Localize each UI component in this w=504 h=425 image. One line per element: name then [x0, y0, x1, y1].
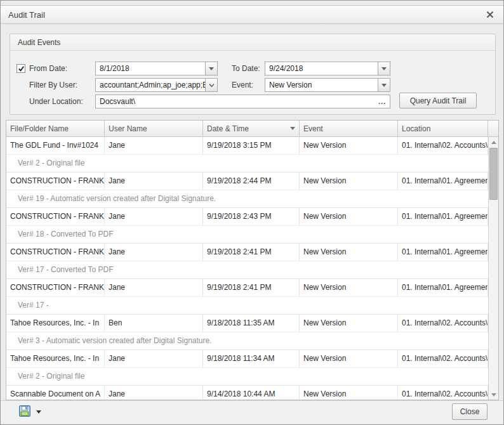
cell-event: New Version	[300, 315, 398, 332]
cell-location: 01. Internal\02. Accounts\	[398, 386, 488, 400]
cell-location: 01. Internal\02. Accounts\	[398, 350, 488, 367]
cell-datetime: 9/19/2018 2:41 PM	[203, 279, 300, 296]
to-date-value: 9/24/2018	[265, 64, 378, 73]
cell-datetime: 9/18/2018 11:34 AM	[203, 350, 300, 367]
scrollbar-thumb[interactable]	[489, 148, 498, 200]
cell-file-name: CONSTRUCTION - FRANKE	[6, 279, 105, 296]
cell-datetime: 9/19/2018 2:44 PM	[203, 173, 300, 190]
under-location-field[interactable]: Docsvault\ ...	[95, 95, 390, 108]
filter-by-user-combo[interactable]: accountant;Admin;ap_joe;app;B	[95, 78, 218, 92]
save-export-button[interactable]	[18, 405, 41, 419]
cell-location: 01. Internal\01. Agreemen	[398, 244, 488, 261]
row-version-detail: Ver# 2 - Original file	[6, 155, 488, 173]
close-icon[interactable]	[484, 9, 496, 20]
under-location-value: Docsvault\	[96, 97, 375, 106]
filter-by-user-chevron-icon[interactable]	[205, 79, 217, 91]
grid-rows: The GDL Fund - Inv#1024Jane9/19/2018 3:1…	[6, 137, 488, 400]
save-dropdown-caret-icon[interactable]	[36, 410, 41, 414]
browse-location-button[interactable]: ...	[375, 95, 390, 108]
cell-user-name: Jane	[105, 386, 203, 400]
cell-user-name: Jane	[105, 208, 203, 225]
footer-bar: Close	[1, 400, 503, 423]
to-date-label: To Date:	[232, 62, 260, 75]
cell-event: New Version	[300, 350, 398, 367]
column-header-file-folder-name[interactable]: File/Folder Name	[6, 121, 105, 136]
cell-datetime: 9/14/2018 10:44 AM	[203, 386, 300, 400]
dialog-title: Audit Trail	[8, 10, 45, 20]
event-combo[interactable]: New Version	[265, 78, 390, 92]
cell-location: 01. Internal\02. Accounts\	[398, 137, 488, 154]
audit-trail-dialog: Audit Trail Audit Events From Date: 8/1/…	[0, 0, 504, 425]
column-header-date-time-label: Date & Time	[207, 124, 249, 133]
table-row[interactable]: CONSTRUCTION - FRANKEJane9/19/2018 2:44 …	[6, 173, 488, 190]
cell-location: 01. Internal\01. Agreemen	[398, 173, 488, 190]
scroll-down-icon[interactable]	[489, 389, 498, 400]
query-audit-trail-button[interactable]: Query Audit Trail	[399, 93, 477, 108]
to-date-combo[interactable]: 9/24/2018	[265, 62, 390, 75]
audit-events-group: Audit Events From Date: 8/1/2018 To Date…	[10, 34, 496, 115]
cell-user-name: Jane	[105, 244, 203, 261]
cell-location: 01. Internal\01. Agreemen	[398, 279, 488, 296]
event-label: Event:	[232, 78, 253, 92]
filter-by-user-label: Filter By User:	[29, 78, 77, 92]
row-version-detail: Ver# 17 - Converted To PDF	[6, 261, 488, 279]
column-header-event[interactable]: Event	[300, 121, 398, 136]
cell-event: New Version	[300, 244, 398, 261]
cell-location: 01. Internal\02. Accounts\	[398, 315, 488, 332]
cell-event: New Version	[300, 279, 398, 296]
column-header-location[interactable]: Location	[398, 121, 488, 136]
cell-user-name: Jane	[105, 173, 203, 190]
save-export-icon	[18, 405, 31, 419]
to-date-dropdown-icon[interactable]	[378, 62, 390, 75]
cell-datetime: 9/19/2018 3:15 PM	[203, 137, 300, 154]
column-header-user-name[interactable]: User Name	[105, 121, 203, 136]
filter-by-user-value: accountant;Admin;ap_joe;app;B	[96, 81, 205, 89]
title-bar: Audit Trail	[1, 5, 503, 24]
cell-datetime: 9/18/2018 11:35 AM	[203, 315, 300, 332]
grid-header: File/Folder Name User Name Date & Time E…	[6, 121, 498, 137]
row-version-detail: Ver# 17 -	[6, 297, 488, 315]
from-date-label: From Date:	[29, 62, 67, 75]
cell-event: New Version	[300, 137, 398, 154]
cell-user-name: Ben	[105, 315, 203, 332]
cell-file-name: CONSTRUCTION - FRANKE	[6, 208, 105, 225]
cell-datetime: 9/19/2018 2:41 PM	[203, 244, 300, 261]
grid-body: The GDL Fund - Inv#1024Jane9/19/2018 3:1…	[6, 137, 498, 400]
cell-event: New Version	[300, 208, 398, 225]
table-row[interactable]: CONSTRUCTION - FRANKEJane9/19/2018 2:41 …	[6, 279, 488, 297]
cell-file-name: CONSTRUCTION - FRANKE	[6, 173, 105, 190]
cell-file-name: The GDL Fund - Inv#1024	[6, 137, 105, 154]
group-title: Audit Events	[10, 34, 495, 51]
from-date-combo[interactable]: 8/1/2018	[95, 62, 218, 75]
table-row[interactable]: Scannable Document on AJane9/14/2018 10:…	[6, 386, 488, 400]
cell-user-name: Jane	[105, 279, 203, 296]
row-version-detail: Ver# 19 - Automatic version created afte…	[6, 190, 488, 208]
scroll-up-icon[interactable]	[489, 137, 498, 147]
row-version-detail: Ver# 18 - Converted To PDF	[6, 226, 488, 244]
sort-descending-icon	[290, 127, 295, 130]
table-row[interactable]: CONSTRUCTION - FRANKEJane9/19/2018 2:43 …	[6, 208, 488, 226]
column-header-spacer	[488, 121, 498, 136]
event-dropdown-icon[interactable]	[378, 79, 390, 91]
from-date-checkbox[interactable]	[17, 64, 25, 73]
under-location-label: Under Location:	[29, 95, 83, 108]
cell-event: New Version	[300, 173, 398, 190]
vertical-scrollbar[interactable]	[488, 137, 498, 400]
event-value: New Version	[265, 81, 378, 89]
table-row[interactable]: Tahoe Resources, Inc. - InJane9/18/2018 …	[6, 350, 488, 368]
cell-user-name: Jane	[105, 137, 203, 154]
cell-location: 01. Internal\01. Agreemen	[398, 208, 488, 225]
table-row[interactable]: Tahoe Resources, Inc. - InBen9/18/2018 1…	[6, 315, 488, 332]
table-row[interactable]: CONSTRUCTION - FRANKEJane9/19/2018 2:41 …	[6, 244, 488, 261]
cell-file-name: Scannable Document on A	[6, 386, 105, 400]
column-header-date-time[interactable]: Date & Time	[203, 121, 300, 136]
from-date-dropdown-icon[interactable]	[205, 62, 217, 75]
cell-file-name: CONSTRUCTION - FRANKE	[6, 244, 105, 261]
cell-datetime: 9/19/2018 2:43 PM	[203, 208, 300, 225]
table-row[interactable]: The GDL Fund - Inv#1024Jane9/19/2018 3:1…	[6, 137, 488, 155]
cell-user-name: Jane	[105, 350, 203, 367]
from-date-value: 8/1/2018	[96, 64, 205, 73]
cell-event: New Version	[300, 386, 398, 400]
row-version-detail: Ver# 3 - Automatic version created after…	[6, 332, 488, 350]
close-button[interactable]: Close	[452, 403, 487, 420]
